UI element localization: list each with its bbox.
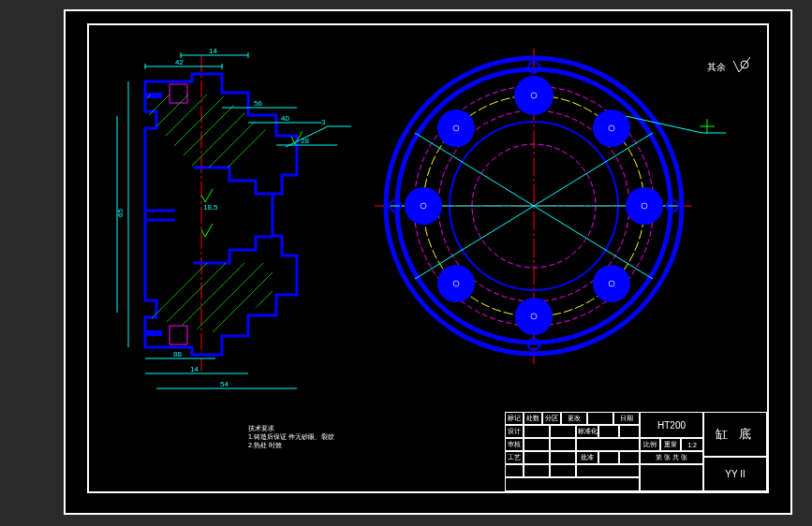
svg-text:65: 65 [116,209,125,217]
drawing-border-frame: 其余 [87,23,769,493]
tb-approve: 批准 [576,451,598,464]
tb-stage: 标记 [505,412,524,425]
tb-process: 工艺 [505,451,524,464]
svg-text:18.5: 18.5 [203,203,218,212]
svg-text:54: 54 [220,380,229,388]
magenta-detail-top [170,84,187,103]
tech-notes: 技术要求 1.铸造后保证 件无砂眼、裂纹 2.热处 时效 [248,424,334,449]
svg-line-23 [145,25,332,212]
svg-point-7 [437,110,475,147]
svg-text:14: 14 [190,365,199,373]
svg-point-6 [405,187,442,225]
remaining-label: 其余 [707,62,726,72]
tb-std: 标准化 [576,425,598,438]
svg-text:88: 88 [173,350,182,358]
svg-point-0 [515,77,553,114]
svg-text:40: 40 [281,114,289,123]
section-outline [145,74,297,355]
tb-zone: 分区 [542,412,561,425]
tb-qty: 处数 [524,412,542,425]
svg-point-5 [437,265,475,302]
svg-line-34 [164,231,351,418]
tb-scale-lbl: 比例 [640,438,660,451]
tb-partname: 缸 底 [703,412,767,457]
svg-line-31 [136,203,323,390]
title-block: 标记 处数 分区 更改 日期 设计 标准化 审核 工艺 批准 [505,412,767,491]
tb-sheet: 第 张 共 张 [640,451,703,464]
svg-point-4 [515,298,553,335]
tb-sign [587,412,613,425]
tb-material: HT200 [640,412,703,438]
tb-mass-lbl: 重量 [660,438,681,451]
tb-date: 日期 [613,412,640,425]
svg-line-32 [145,212,332,400]
svg-text:28: 28 [301,137,309,145]
svg-line-27 [98,25,286,166]
svg-point-3 [593,265,630,302]
tb-drawingno: YY II [703,457,767,491]
leader-symbol [700,119,715,134]
svg-point-2 [626,187,663,225]
svg-text:42: 42 [175,58,184,66]
tb-design: 设计 [505,425,524,438]
section-inner-steps [145,168,273,263]
svg-text:3: 3 [321,118,326,126]
svg-text:14: 14 [209,47,217,55]
svg-line-30 [126,194,314,381]
svg-text:56: 56 [254,99,262,108]
cad-drawing-canvas[interactable]: 其余 [89,25,767,491]
blue-tab-bot [145,330,162,336]
tb-check: 审核 [505,438,524,451]
tb-change: 更改 [561,412,587,425]
surface-finish-icon [733,57,750,72]
magenta-detail-bot [170,326,187,344]
finish-marks [201,131,303,237]
tb-scale-val: 1:2 [681,438,703,451]
svg-point-1 [593,110,630,147]
svg-line-25 [164,44,351,231]
